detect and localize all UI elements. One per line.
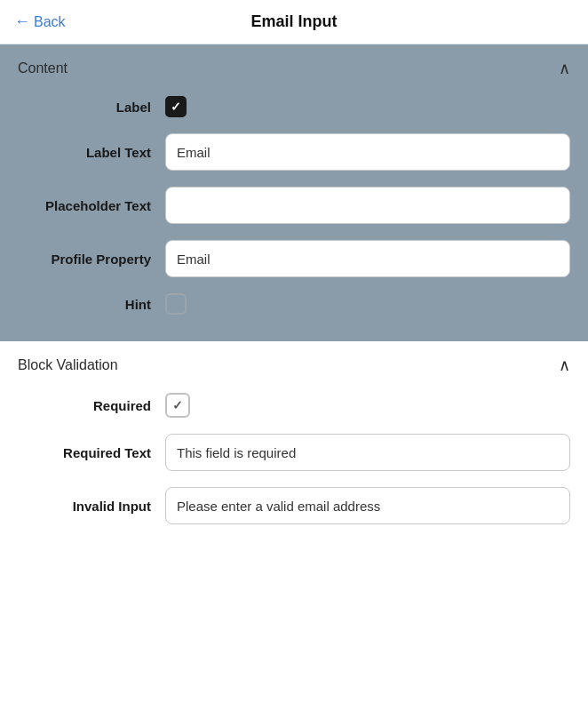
required-text-input[interactable] xyxy=(165,434,570,471)
validation-chevron-icon[interactable]: ∧ xyxy=(559,356,570,375)
placeholder-text-row: Placeholder Text xyxy=(18,187,570,224)
validation-section-header: Block Validation ∧ xyxy=(18,341,570,393)
invalid-input-input[interactable] xyxy=(165,487,570,524)
back-label: Back xyxy=(34,14,66,30)
required-text-label: Required Text xyxy=(18,445,151,460)
label-text-row: Label Text xyxy=(18,133,570,171)
profile-property-input[interactable] xyxy=(165,240,570,277)
label-field-label: Label xyxy=(18,100,151,115)
label-text-label: Label Text xyxy=(18,145,151,160)
label-checkbox-container: ✓ xyxy=(165,96,187,117)
label-text-input[interactable] xyxy=(165,133,570,171)
required-check-icon: ✓ xyxy=(172,398,183,412)
content-section: Content ∧ Label ✓ Label Text Placeholder… xyxy=(0,44,588,341)
label-row: Label ✓ xyxy=(18,96,570,117)
header: ← Back Email Input xyxy=(0,0,588,44)
label-check-icon: ✓ xyxy=(171,100,181,113)
invalid-input-label: Invalid Input xyxy=(18,499,151,514)
hint-checkbox[interactable] xyxy=(165,293,187,315)
placeholder-text-input[interactable] xyxy=(165,187,570,224)
required-text-row: Required Text xyxy=(18,434,570,471)
hint-row: Hint xyxy=(18,293,570,315)
required-checkmark[interactable]: ✓ xyxy=(165,393,190,418)
profile-property-row: Profile Property xyxy=(18,240,570,277)
content-section-header: Content ∧ xyxy=(18,44,570,96)
back-arrow-icon: ← xyxy=(14,12,30,31)
back-button[interactable]: ← Back xyxy=(14,12,66,31)
invalid-input-row: Invalid Input xyxy=(18,487,570,524)
content-form: Label ✓ Label Text Placeholder Text Prof… xyxy=(18,96,570,315)
required-label: Required xyxy=(18,398,151,413)
content-chevron-icon[interactable]: ∧ xyxy=(559,59,570,78)
profile-property-label: Profile Property xyxy=(18,252,151,267)
hint-label: Hint xyxy=(18,297,151,312)
validation-section-title: Block Validation xyxy=(18,357,118,373)
validation-section: Block Validation ∧ Required ✓ Required T… xyxy=(0,341,588,551)
placeholder-text-label: Placeholder Text xyxy=(18,198,151,213)
label-checkbox[interactable]: ✓ xyxy=(165,96,187,117)
content-section-title: Content xyxy=(18,60,68,76)
validation-form: Required ✓ Required Text Invalid Input xyxy=(18,393,570,524)
page-title: Email Input xyxy=(250,12,337,31)
required-row: Required ✓ xyxy=(18,393,570,418)
hint-checkbox-container xyxy=(165,293,187,315)
